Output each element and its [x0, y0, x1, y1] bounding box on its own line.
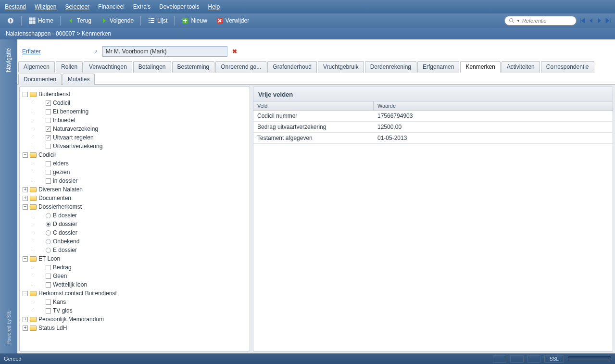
tree-leaf-naturaverzekeing[interactable]: ✓Naturaverzekeing	[28, 125, 248, 133]
tab-derdenrekening[interactable]: Derdenrekening	[365, 61, 416, 73]
checkbox-icon[interactable]	[46, 274, 51, 279]
checkbox-icon[interactable]	[46, 178, 51, 184]
tree-leaf-e-dossier[interactable]: E dossier	[28, 246, 248, 254]
tree-leaf-d-dossier[interactable]: D dossier	[28, 220, 248, 228]
tree-leaf-in-dossier[interactable]: in dossier	[28, 176, 248, 185]
back-button[interactable]: Terug	[63, 15, 95, 26]
nav-first-button[interactable]	[578, 17, 586, 25]
tab-correspondentie[interactable]: Correspondentie	[541, 61, 594, 73]
side-tab-navigatie[interactable]: Navigatie	[5, 44, 12, 76]
expand-icon[interactable]: +	[23, 326, 28, 331]
radio-icon[interactable]	[46, 248, 51, 253]
checkbox-icon[interactable]: ✓	[46, 126, 51, 132]
collapse-icon[interactable]: −	[23, 92, 28, 97]
tree-leaf-et-benoeming[interactable]: Et benoeming	[28, 107, 248, 116]
radio-icon[interactable]	[46, 222, 51, 227]
collapse-icon[interactable]: −	[23, 291, 28, 296]
tab-rollen[interactable]: Rollen	[56, 61, 83, 73]
tree-leaf-gezien[interactable]: gezien	[28, 168, 248, 176]
tree-leaf-c-dossier[interactable]: C dossier	[28, 228, 248, 237]
menu-developer[interactable]: Developer tools	[159, 3, 199, 10]
menu-wijzigen[interactable]: Wijzigen	[35, 3, 56, 10]
grid-row[interactable]: Testament afgegeven01-05-2013	[253, 133, 613, 144]
tree-leaf-wettelijk-loon[interactable]: Wettelijk loon	[28, 280, 248, 289]
tab-betalingen[interactable]: Betalingen	[133, 61, 171, 73]
checkbox-icon[interactable]	[46, 265, 51, 270]
nav-prev-button[interactable]	[587, 17, 595, 25]
tree-leaf-codicil[interactable]: ✓Codicil	[28, 99, 248, 107]
search-input[interactable]	[522, 18, 572, 24]
link-icon[interactable]: ↗	[94, 49, 98, 54]
delete-button[interactable]: Verwijder	[212, 15, 253, 26]
tree-folder-herkomst[interactable]: −Herkomst contact Buitendienst	[22, 289, 248, 298]
menu-financieel[interactable]: Financieel	[98, 3, 125, 10]
checkbox-icon[interactable]	[46, 308, 51, 314]
tab-mutaties[interactable]: Mutaties	[63, 74, 95, 85]
tree-folder-status[interactable]: +Status LdH	[22, 324, 248, 332]
tree-leaf-tv-gids[interactable]: TV gids	[28, 306, 248, 315]
checkbox-icon[interactable]	[46, 144, 51, 149]
list-button[interactable]: Lijst	[144, 15, 171, 26]
menu-extras[interactable]: Extra's	[133, 3, 151, 10]
checkbox-icon[interactable]	[46, 109, 51, 114]
menu-bestand[interactable]: Bestand	[5, 3, 26, 10]
grid-col-waarde[interactable]: Waarde	[374, 101, 613, 110]
tree-folder-etloon[interactable]: −ET Loon	[22, 254, 248, 263]
tree-leaf-geen[interactable]: Geen	[28, 272, 248, 280]
collapse-icon[interactable]: −	[23, 256, 28, 262]
tree-leaf-kans[interactable]: Kans	[28, 298, 248, 306]
tab-kenmerken[interactable]: Kenmerken	[460, 61, 500, 73]
tree-leaf-onbekend[interactable]: Onbekend	[28, 237, 248, 246]
search-box[interactable]: ▼	[504, 16, 577, 25]
tab-erfgenamen[interactable]: Erfgenamen	[417, 61, 459, 73]
collapse-icon[interactable]: −	[23, 204, 28, 210]
collapse-icon[interactable]: −	[23, 152, 28, 158]
dropdown-arrow-icon[interactable]: ▼	[516, 19, 520, 23]
checkbox-icon[interactable]: ✓	[46, 100, 51, 106]
checkbox-icon[interactable]	[46, 161, 51, 166]
tab-onroerend-go-[interactable]: Onroerend go...	[215, 61, 266, 73]
checkbox-icon[interactable]	[46, 300, 51, 305]
checkbox-icon[interactable]	[46, 282, 51, 288]
compass-button[interactable]	[3, 15, 18, 26]
tree-leaf-uitvaart-regelen[interactable]: ✓Uitvaart regelen	[28, 133, 248, 142]
menu-selecteer[interactable]: Selecteer	[65, 3, 89, 10]
tab-algemeen[interactable]: Algemeen	[18, 61, 55, 73]
erflater-input[interactable]	[102, 46, 227, 57]
tree-folder-memorandum[interactable]: +Persoonlijk Memorandum	[22, 315, 248, 324]
tree-leaf-uitvaartverzekering[interactable]: Uitvaartverzekering	[28, 142, 248, 151]
tab-vruchtgebruik[interactable]: Vruchtgebruik	[318, 61, 364, 73]
tab-documenten[interactable]: Documenten	[18, 74, 62, 85]
tree-folder-documenten[interactable]: +Documenten	[22, 194, 248, 202]
tree-leaf-inboedel[interactable]: Inboedel	[28, 116, 248, 125]
nav-next-button[interactable]	[596, 17, 603, 25]
radio-icon[interactable]	[46, 230, 51, 236]
expand-icon[interactable]: +	[23, 187, 28, 192]
tree-folder-dossierherkomst[interactable]: −Dossierherkomst	[22, 202, 248, 211]
grid-col-veld[interactable]: Veld	[253, 101, 374, 110]
tree-folder-diversen[interactable]: +Diversen Nalaten	[22, 185, 248, 194]
tree-leaf-elders[interactable]: elders	[28, 159, 248, 168]
checkbox-icon[interactable]	[46, 118, 51, 123]
clear-icon[interactable]: ✖	[232, 48, 237, 55]
tab-bestemming[interactable]: Bestemming	[172, 61, 215, 73]
erflater-link[interactable]: Erflater	[22, 48, 41, 55]
checkbox-icon[interactable]	[46, 170, 51, 175]
forward-button[interactable]: Volgende	[96, 15, 138, 26]
radio-icon[interactable]	[46, 239, 51, 244]
expand-icon[interactable]: +	[23, 317, 28, 322]
tree-folder-codicil[interactable]: −Codicil	[22, 151, 248, 159]
tree-leaf-bedrag[interactable]: Bedrag	[28, 263, 248, 272]
nav-last-button[interactable]	[604, 17, 612, 25]
tab-verwachtingen[interactable]: Verwachtingen	[84, 61, 132, 73]
menu-help[interactable]: Help	[208, 3, 220, 10]
radio-icon[interactable]	[46, 213, 51, 218]
checkbox-icon[interactable]: ✓	[46, 135, 51, 140]
home-button[interactable]: Home	[25, 15, 57, 26]
tab-grafonderhoud[interactable]: Grafonderhoud	[267, 61, 317, 73]
grid-row[interactable]: Bedrag uitvaartverzekering12500,00	[253, 122, 613, 133]
tree-leaf-b-dossier[interactable]: B dossier	[28, 211, 248, 220]
tab-activiteiten[interactable]: Activiteiten	[502, 61, 540, 73]
new-button[interactable]: Nieuw	[177, 15, 211, 26]
expand-icon[interactable]: +	[23, 196, 28, 201]
